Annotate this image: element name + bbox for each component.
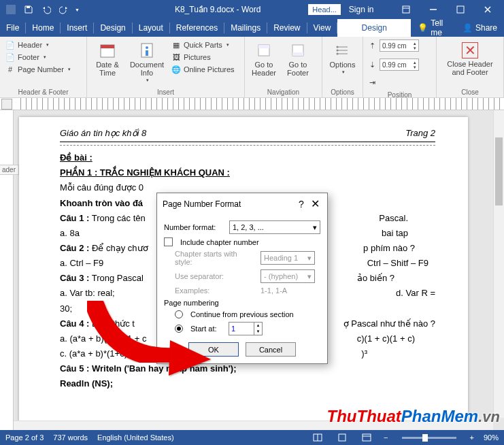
svg-point-16 (336, 53, 338, 55)
dialog-close-icon[interactable]: ✕ (308, 197, 322, 210)
group-label-insert: Insert (91, 87, 240, 96)
chapter-style-label: Chapter starts with style: (175, 250, 256, 266)
quick-parts-menu[interactable]: ▦Quick Parts▾ (170, 39, 236, 50)
contextual-tab-label: Head... (308, 4, 340, 15)
goto-footer-button[interactable]: Go to Footer (283, 39, 313, 77)
svg-rect-1 (6, 5, 16, 14)
close-window-icon[interactable] (474, 0, 501, 19)
chapter-style-select: Heading 1▾ (261, 251, 315, 265)
number-format-select[interactable]: 1, 2, 3, ...▾ (229, 220, 320, 234)
page-header-left: Giáo án tin học khối 8 (60, 127, 146, 140)
pictures-icon: 🖼 (171, 52, 181, 62)
calendar-icon (98, 41, 117, 60)
pictures-button[interactable]: 🖼Pictures (170, 52, 236, 63)
tab-mailings[interactable]: Mailings (224, 19, 267, 37)
horizontal-ruler[interactable] (0, 98, 504, 110)
status-lang[interactable]: English (United States) (97, 433, 174, 442)
dialog-help-icon[interactable]: ? (295, 199, 308, 210)
svg-rect-3 (403, 6, 409, 13)
vertical-ruler[interactable] (0, 110, 14, 431)
svg-point-14 (336, 46, 338, 48)
tab-file[interactable]: File (0, 19, 25, 37)
zoom-slider[interactable] (402, 437, 456, 439)
zoom-out-icon[interactable]: − (384, 433, 388, 442)
date-time-button[interactable]: Date & Time (91, 39, 124, 77)
tab-layout[interactable]: Layout (133, 19, 169, 37)
document-info-button[interactable]: Document Info▾ (128, 39, 166, 83)
word-app-icon (3, 1, 19, 18)
tab-insert[interactable]: Insert (61, 19, 93, 37)
svg-rect-11 (258, 45, 269, 48)
vertical-scrollbar[interactable] (493, 110, 504, 418)
lightbulb-icon: 💡 (418, 23, 428, 33)
maximize-icon[interactable] (447, 0, 474, 19)
include-chapter-label: Include chapter number (180, 238, 259, 246)
examples-value: 1-1, 1-A (261, 286, 287, 295)
insert-alignment-tab-icon[interactable]: ⇥ (367, 78, 377, 87)
close-header-footer-button[interactable]: ✕ Close Header and Footer (441, 39, 499, 76)
page-header-right: Trang 2 (405, 127, 435, 140)
tab-home[interactable]: Home (26, 19, 60, 37)
svg-rect-6 (101, 45, 114, 48)
share-button[interactable]: 👤 Share (456, 23, 504, 33)
tell-me[interactable]: 💡 Tell me (411, 18, 456, 37)
svg-rect-18 (339, 434, 346, 441)
online-pictures-button[interactable]: 🌐Online Pictures (170, 64, 236, 75)
spinner-down-icon[interactable]: ▼ (254, 329, 262, 335)
print-layout-icon[interactable] (335, 431, 350, 444)
footer-from-bottom-input[interactable]: 0.99 cm▴▾ (380, 59, 419, 71)
tab-references[interactable]: References (170, 19, 224, 37)
tab-view[interactable]: View (307, 19, 337, 37)
sign-in-link[interactable]: Sign in (349, 5, 374, 14)
tab-design[interactable]: Design (94, 19, 131, 37)
status-words[interactable]: 737 words (53, 433, 88, 442)
svg-rect-19 (363, 434, 371, 441)
zoom-level[interactable]: 90% (484, 433, 499, 442)
separator-label: Use separator: (175, 272, 256, 280)
goto-footer-icon (288, 41, 307, 60)
read-mode-icon[interactable] (310, 431, 325, 444)
footer-from-bottom-icon: ⇣ (367, 60, 377, 69)
header-from-top-icon: ⇡ (367, 41, 377, 50)
cancel-button[interactable]: Cancel (246, 342, 296, 357)
dialog-title: Page Number Format (163, 199, 295, 209)
chevron-down-icon: ▾ (313, 223, 317, 232)
footer-menu[interactable]: 📄Footer▾ (4, 52, 72, 63)
svg-rect-9 (146, 50, 148, 56)
annotation-arrow (82, 293, 218, 381)
ruler-corner (1, 99, 12, 110)
goto-header-button[interactable]: Go to Header (249, 39, 279, 77)
number-format-label: Number format: (164, 223, 225, 231)
options-menu[interactable]: Options▾ (326, 39, 358, 75)
ribbon-options-icon[interactable] (392, 0, 420, 19)
status-page[interactable]: Page 2 of 3 (5, 433, 44, 442)
close-hf-icon: ✕ (462, 42, 478, 59)
quick-parts-icon: ▦ (171, 40, 181, 50)
web-layout-icon[interactable] (359, 431, 374, 444)
header-icon: 📄 (5, 40, 15, 50)
minimize-icon[interactable] (420, 0, 447, 19)
separator-select: - (hyphen)▾ (261, 269, 315, 283)
undo-icon[interactable] (38, 1, 54, 18)
header-menu[interactable]: 📄Header▾ (4, 39, 72, 50)
tab-review[interactable]: Review (267, 19, 306, 37)
svg-rect-2 (27, 6, 30, 8)
qat-customize-icon[interactable]: ▼ (75, 7, 80, 12)
save-icon[interactable] (20, 1, 37, 18)
include-chapter-checkbox[interactable] (164, 237, 173, 246)
header-from-top-input[interactable]: 0.99 cm▴▾ (380, 39, 419, 52)
footer-icon: 📄 (5, 52, 15, 62)
redo-icon[interactable] (56, 1, 72, 18)
page-number-menu[interactable]: #Page Number▾ (4, 64, 72, 75)
document-title: K8_Tuần 9.docx - Word (175, 5, 261, 14)
spinner-up-icon[interactable]: ▲ (254, 323, 262, 329)
tab-hf-design[interactable]: Design (337, 19, 411, 37)
watermark-text: ThuThuatPhanMem.vn (327, 407, 500, 426)
svg-point-15 (336, 50, 338, 52)
page-number-icon: # (5, 65, 15, 74)
zoom-in-icon[interactable]: + (470, 433, 474, 442)
document-info-icon (137, 41, 156, 60)
group-label-options: Options (326, 87, 358, 96)
start-at-input[interactable]: ▲▼ (229, 322, 263, 335)
group-label-close: Close (441, 87, 499, 96)
